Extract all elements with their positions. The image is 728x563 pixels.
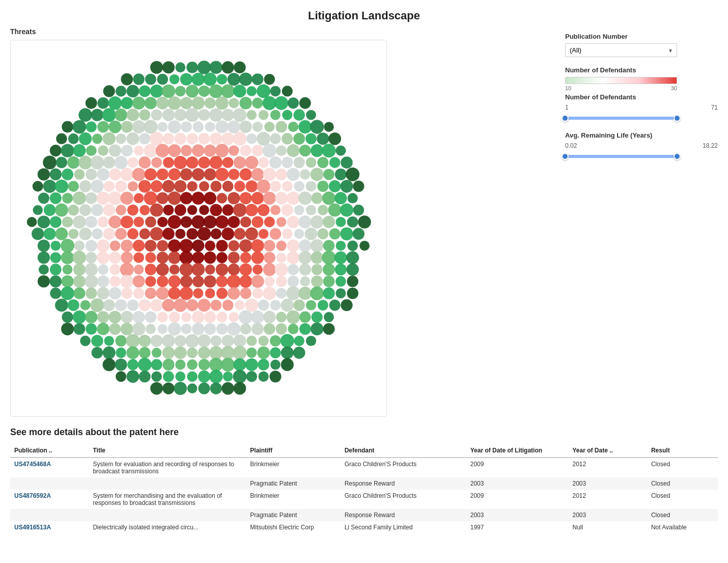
svg-point-305 (276, 217, 286, 227)
color-legend-section: Number of Defendants 10 30 (565, 66, 718, 91)
svg-point-309 (323, 216, 335, 228)
svg-point-469 (276, 288, 287, 299)
cell-defendant: Graco Children'S Products (341, 490, 466, 509)
svg-point-183 (145, 168, 157, 180)
svg-point-225 (317, 181, 328, 192)
svg-point-227 (340, 180, 353, 193)
svg-point-612 (246, 371, 257, 382)
svg-point-16 (217, 74, 228, 85)
cell-plaintiff: Pragmatic Patent (246, 509, 340, 521)
avg-life-range-thumb-right[interactable] (674, 153, 681, 160)
svg-point-497 (306, 300, 316, 310)
svg-point-129 (121, 145, 133, 156)
publication-number-select-wrapper[interactable]: (All) ▼ (565, 43, 677, 57)
svg-point-206 (91, 180, 104, 193)
svg-point-211 (151, 180, 163, 193)
svg-point-610 (223, 371, 233, 382)
svg-point-282 (340, 203, 353, 217)
cell-year-date: 2012 (569, 490, 647, 509)
svg-point-573 (162, 346, 175, 359)
svg-point-390 (287, 251, 299, 264)
svg-point-540 (251, 323, 264, 335)
svg-point-333 (270, 228, 281, 239)
svg-point-83 (144, 120, 157, 133)
avg-life-min: 0.02 (565, 142, 577, 149)
svg-point-252 (311, 193, 323, 204)
svg-point-318 (92, 228, 103, 239)
svg-point-255 (348, 193, 358, 203)
svg-point-562 (258, 336, 269, 346)
svg-point-596 (234, 358, 246, 371)
svg-point-614 (269, 370, 281, 382)
cell-defendant: Graco Children'S Products (341, 458, 466, 477)
svg-point-598 (258, 359, 269, 370)
defendants-range-thumb-left[interactable] (562, 115, 569, 122)
defendants-range-thumb-right[interactable] (674, 115, 681, 122)
svg-point-591 (175, 360, 185, 370)
svg-point-616 (162, 383, 174, 394)
svg-point-422 (346, 263, 358, 276)
svg-point-45 (180, 97, 192, 109)
svg-point-602 (126, 370, 139, 383)
svg-point-237 (134, 193, 144, 203)
bottom-section: See more details about the patent here P… (0, 417, 728, 544)
svg-point-179 (97, 168, 109, 181)
svg-point-357 (229, 240, 240, 252)
svg-point-570 (126, 346, 139, 359)
svg-point-154 (115, 156, 128, 169)
svg-point-320 (115, 228, 127, 239)
svg-point-477 (68, 300, 79, 311)
svg-point-374 (97, 251, 109, 264)
svg-point-184 (157, 169, 169, 180)
svg-point-439 (227, 275, 241, 288)
svg-point-326 (186, 228, 198, 240)
svg-point-92 (253, 122, 263, 132)
svg-point-203 (55, 179, 68, 193)
svg-point-54 (288, 97, 299, 109)
svg-point-223 (294, 181, 304, 192)
svg-point-502 (73, 310, 86, 324)
svg-point-460 (168, 287, 180, 299)
svg-point-615 (150, 382, 163, 395)
svg-point-455 (109, 287, 121, 300)
svg-point-7 (234, 62, 245, 73)
svg-point-272 (222, 204, 233, 216)
svg-point-222 (282, 181, 293, 192)
svg-point-490 (222, 300, 234, 311)
svg-point-251 (298, 192, 312, 205)
svg-point-102 (92, 133, 102, 144)
svg-point-550 (115, 335, 126, 346)
svg-point-603 (139, 371, 151, 383)
svg-point-81 (121, 121, 133, 132)
cell-plaintiff: Pragmatic Patent (246, 477, 340, 490)
svg-point-160 (186, 156, 199, 169)
svg-point-114 (233, 132, 246, 146)
svg-point-535 (192, 323, 204, 335)
avg-life-range-thumb-left[interactable] (562, 153, 569, 160)
svg-point-214 (187, 181, 197, 191)
svg-point-123 (50, 145, 62, 156)
svg-point-307 (299, 216, 312, 228)
svg-point-18 (239, 73, 253, 86)
svg-point-341 (38, 239, 50, 252)
svg-point-375 (109, 252, 121, 264)
svg-point-46 (191, 96, 205, 110)
svg-point-391 (299, 251, 312, 264)
svg-point-224 (306, 181, 317, 192)
svg-point-265 (139, 205, 150, 215)
svg-point-103 (103, 132, 116, 145)
svg-point-621 (221, 382, 234, 395)
svg-point-34 (257, 84, 270, 98)
svg-point-226 (329, 180, 341, 193)
svg-point-472 (310, 286, 324, 300)
svg-point-448 (335, 276, 346, 287)
svg-point-362 (287, 239, 300, 252)
svg-point-571 (139, 347, 151, 359)
svg-point-101 (79, 132, 92, 145)
svg-point-188 (204, 168, 216, 180)
svg-point-87 (193, 121, 204, 132)
svg-point-288 (73, 216, 86, 229)
svg-point-428 (97, 275, 109, 287)
publication-number-select[interactable]: (All) (565, 43, 677, 57)
col-header-result: Result (647, 444, 718, 458)
